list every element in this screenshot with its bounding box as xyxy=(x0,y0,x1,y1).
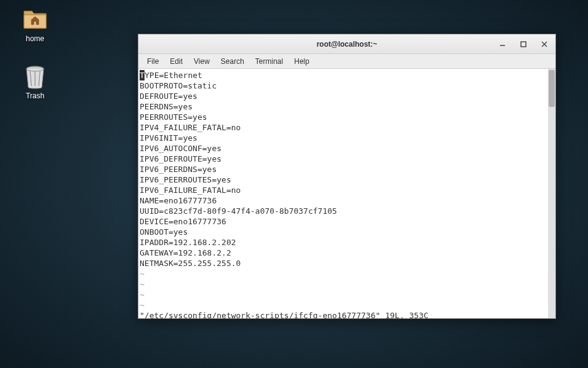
svg-rect-6 xyxy=(521,42,526,47)
close-button[interactable] xyxy=(537,37,552,52)
window-title: root@localhost:~ xyxy=(317,40,378,49)
scrollbar-thumb[interactable] xyxy=(549,70,555,107)
terminal-window: root@localhost:~ File Edit View Search T… xyxy=(138,34,556,319)
home-folder-icon xyxy=(23,7,47,32)
terminal-content[interactable]: TYPE=Ethernet BOOTPROTO=static DEFROUTE=… xyxy=(138,69,548,318)
scrollbar[interactable] xyxy=(548,69,555,318)
titlebar[interactable]: root@localhost:~ xyxy=(138,34,555,54)
menubar: File Edit View Search Terminal Help xyxy=(138,54,555,69)
desktop-icon-label: Trash xyxy=(26,92,44,100)
desktop-icon-label: home xyxy=(26,34,44,43)
menu-edit[interactable]: Edit xyxy=(165,56,188,67)
menu-view[interactable]: View xyxy=(189,56,215,67)
trash-icon xyxy=(23,65,47,89)
window-controls xyxy=(495,34,552,53)
maximize-button[interactable] xyxy=(516,37,531,52)
menu-file[interactable]: File xyxy=(142,56,164,67)
menu-terminal[interactable]: Terminal xyxy=(250,56,288,67)
terminal-body: TYPE=Ethernet BOOTPROTO=static DEFROUTE=… xyxy=(138,69,555,318)
desktop-icon-home[interactable]: home xyxy=(14,7,57,43)
desktop-icon-trash[interactable]: Trash xyxy=(14,65,57,100)
menu-help[interactable]: Help xyxy=(289,56,314,67)
minimize-button[interactable] xyxy=(495,37,510,52)
menu-search[interactable]: Search xyxy=(216,56,249,67)
